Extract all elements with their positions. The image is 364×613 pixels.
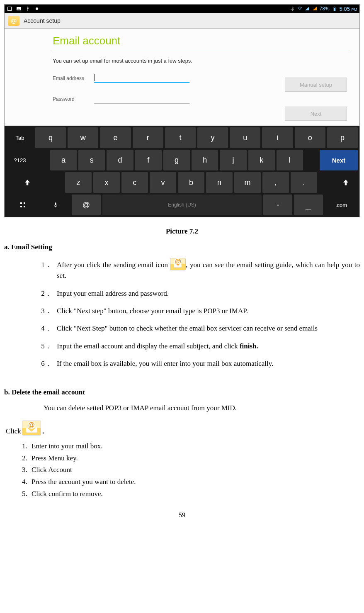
notification-icon — [7, 6, 12, 11]
key-j[interactable]: j — [220, 150, 246, 170]
document-body: Picture 7.2 a. Email Setting After you c… — [0, 217, 364, 531]
key-dash[interactable]: - — [263, 195, 292, 215]
android-statusbar: 78% 5:05 PM — [5, 5, 359, 13]
key-a[interactable]: a — [50, 150, 77, 170]
key-dotcom[interactable]: .com — [325, 195, 358, 215]
key-symbols[interactable]: ?123 — [6, 150, 34, 170]
key-period[interactable]: . — [291, 172, 317, 193]
svg-rect-15 — [55, 202, 56, 205]
password-label: Password — [53, 96, 94, 102]
step-a2: Input your email address and password. — [53, 288, 360, 299]
key-e[interactable]: e — [100, 127, 131, 148]
key-z[interactable]: z — [65, 172, 92, 193]
section-a-heading: a. Email Setting — [4, 243, 360, 251]
page-number: 59 — [4, 511, 360, 519]
svg-rect-0 — [8, 7, 12, 11]
email-app-icon — [8, 16, 19, 26]
svg-marker-6 — [305, 7, 309, 10]
email-setup-form: Email account You can set up email for m… — [5, 29, 359, 126]
battery-icon — [332, 6, 337, 11]
svg-point-3 — [36, 7, 38, 10]
gallery-icon — [16, 6, 21, 11]
step-a5: Input the email account and display the … — [53, 341, 360, 352]
key-r[interactable]: r — [133, 127, 163, 148]
key-next[interactable]: Next — [320, 150, 358, 170]
key-voice[interactable] — [41, 195, 70, 215]
step-a6: If the email box is available, you will … — [53, 358, 360, 369]
step-a1: After you click the sending email icon ,… — [53, 258, 360, 282]
clock-time: 5:05 PM — [340, 6, 357, 12]
key-m[interactable]: m — [234, 172, 261, 193]
key-tab[interactable]: Tab — [6, 127, 34, 148]
key-b[interactable]: b — [178, 172, 204, 193]
step-b1: Enter into your mail box. — [29, 441, 360, 452]
key-comma[interactable]: , — [262, 172, 289, 193]
usb-icon — [25, 6, 30, 11]
step-b4: Press the account you want to delete. — [29, 477, 360, 487]
key-w[interactable]: w — [68, 127, 98, 148]
wifi-icon — [297, 6, 302, 11]
key-f[interactable]: f — [135, 150, 162, 170]
key-h[interactable]: h — [192, 150, 218, 170]
signal-icon-2 — [312, 6, 317, 11]
android-debug-icon — [34, 6, 39, 11]
onscreen-keyboard: Tab q w e r t y u i o p ?123 a s d f g h… — [5, 126, 359, 217]
svg-rect-9 — [334, 8, 335, 11]
key-g[interactable]: g — [163, 150, 190, 170]
svg-rect-14 — [24, 206, 25, 207]
key-v[interactable]: v — [150, 172, 176, 193]
embedded-screenshot: 78% 5:05 PM Account setup Email account … — [4, 4, 360, 217]
key-y[interactable]: y — [197, 127, 228, 148]
key-shift-left[interactable] — [6, 172, 49, 193]
key-underscore[interactable]: _ — [294, 195, 323, 215]
key-l[interactable]: l — [277, 150, 303, 170]
key-n[interactable]: n — [206, 172, 233, 193]
form-intro: You can set up email for most accounts i… — [53, 58, 202, 65]
svg-rect-11 — [20, 202, 22, 204]
battery-percent: 78% — [320, 6, 330, 12]
click-line: Click。 — [6, 421, 360, 435]
form-title: Email account — [53, 34, 351, 50]
manual-setup-button[interactable]: Manual setup — [285, 78, 347, 92]
key-at[interactable]: @ — [72, 195, 101, 215]
key-c[interactable]: c — [121, 172, 148, 193]
shift-icon — [342, 179, 349, 186]
svg-rect-13 — [20, 206, 22, 207]
password-input[interactable] — [94, 95, 189, 104]
step-b3: Click Account — [29, 465, 360, 475]
step-a4: Click "Next Step" button to check whethe… — [53, 323, 360, 334]
section-b-intro: You can delete setted POP3 or IMAP email… — [44, 403, 360, 413]
step-b2: Press Menu key. — [29, 453, 360, 464]
key-d[interactable]: d — [107, 150, 133, 170]
bluetooth-icon — [290, 6, 295, 11]
app-bar: Account setup — [5, 13, 359, 29]
email-icon — [22, 421, 41, 435]
svg-rect-10 — [334, 7, 335, 7]
section-a-steps: After you click the sending email icon ,… — [44, 258, 360, 369]
svg-marker-7 — [313, 7, 317, 10]
key-q[interactable]: q — [35, 127, 66, 148]
key-s[interactable]: s — [78, 150, 105, 170]
email-label: Email address — [53, 75, 94, 81]
section-b-steps: Enter into your mail box. Press Menu key… — [21, 441, 360, 499]
svg-rect-12 — [24, 202, 25, 204]
key-space[interactable]: English (US) — [102, 195, 262, 215]
email-icon — [170, 258, 186, 270]
signal-icon-1 — [305, 6, 310, 11]
key-u[interactable]: u — [230, 127, 260, 148]
key-settings[interactable] — [6, 195, 39, 215]
shift-icon — [24, 179, 31, 186]
key-x[interactable]: x — [93, 172, 120, 193]
step-b5: Click confirm to remove. — [29, 489, 360, 499]
key-k[interactable]: k — [248, 150, 275, 170]
key-shift-right[interactable] — [334, 172, 358, 193]
next-button[interactable]: Next — [285, 107, 347, 121]
figure-caption: Picture 7.2 — [4, 227, 360, 236]
settings-icon — [19, 202, 26, 208]
section-b-heading: b. Delete the email account — [4, 388, 360, 397]
microphone-icon — [53, 201, 58, 209]
app-title: Account setup — [24, 17, 61, 24]
email-address-input[interactable] — [94, 74, 189, 83]
key-t[interactable]: t — [165, 127, 196, 148]
step-a3: Click "Next step" button, choose your em… — [53, 306, 360, 316]
